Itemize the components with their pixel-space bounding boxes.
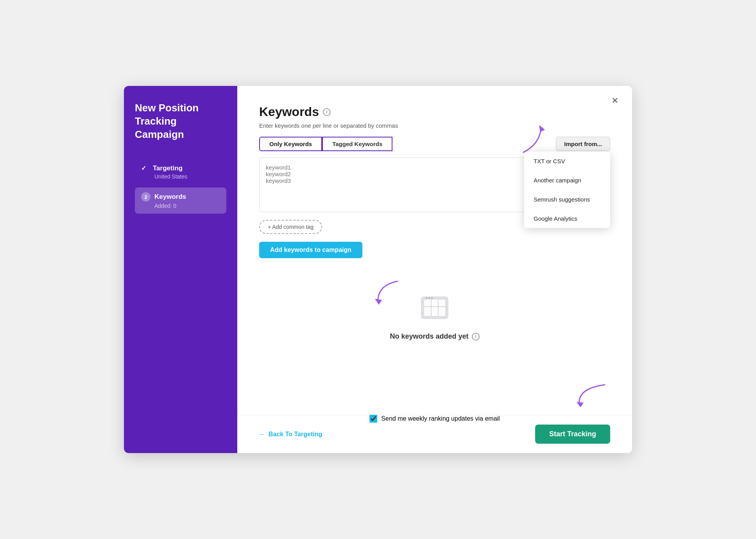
import-button[interactable]: Import from...: [556, 137, 610, 151]
step-number: 2: [141, 192, 150, 202]
tab-only-keywords[interactable]: Only Keywords: [259, 137, 322, 151]
back-arrow-icon: ←: [259, 431, 265, 438]
tabs-row: Only Keywords Tagged Keywords Import fro…: [259, 137, 610, 151]
svg-marker-8: [539, 125, 545, 132]
empty-state: No keywords added yet i: [259, 274, 610, 348]
section-title-text: Keywords: [259, 105, 319, 119]
svg-point-5: [426, 297, 427, 299]
empty-state-icon: [417, 289, 452, 325]
section-title-row: Keywords i: [259, 105, 610, 119]
dropdown-item-txt-csv[interactable]: TXT or CSV: [524, 152, 610, 171]
tab-tagged-keywords[interactable]: Tagged Keywords: [322, 137, 392, 151]
svg-rect-1: [424, 300, 445, 316]
dropdown-item-google-analytics[interactable]: Google Analytics: [524, 209, 610, 228]
empty-state-text: No keywords added yet i: [390, 332, 479, 341]
import-dropdown: TXT or CSV Another campaign Semrush sugg…: [524, 152, 610, 228]
sidebar-item-targeting[interactable]: ✓ Targeting United States: [135, 160, 226, 184]
dropdown-item-another-campaign[interactable]: Another campaign: [524, 171, 610, 190]
svg-point-6: [428, 297, 430, 299]
sidebar-item-keywords-sub: Added: 0: [141, 203, 220, 209]
modal: New Position Tracking Campaign ✓ Targeti…: [124, 86, 632, 453]
close-button[interactable]: ✕: [609, 95, 621, 107]
email-checkbox[interactable]: [369, 415, 377, 423]
empty-state-info-icon[interactable]: i: [472, 333, 480, 341]
svg-marker-10: [577, 402, 584, 407]
arrow-to-import: [516, 121, 547, 156]
dropdown-item-semrush[interactable]: Semrush suggestions: [524, 190, 610, 209]
section-subtitle: Enter keywords one per line or separated…: [259, 122, 610, 129]
sidebar-item-targeting-sub: United States: [141, 173, 220, 180]
check-icon: ✓: [141, 164, 149, 172]
main-content: ✕ Keywords i Enter keywords one per line…: [237, 86, 632, 453]
bottom-bar: Send me weekly ranking updates via email…: [237, 415, 632, 453]
svg-marker-9: [375, 299, 382, 305]
title-info-icon[interactable]: i: [323, 108, 331, 116]
svg-point-7: [431, 297, 433, 299]
add-keywords-button[interactable]: Add keywords to campaign: [259, 242, 362, 258]
start-tracking-button[interactable]: Start Tracking: [535, 425, 610, 444]
sidebar-item-keywords[interactable]: 2 Keywords Added: 0: [135, 187, 226, 214]
sidebar: New Position Tracking Campaign ✓ Targeti…: [124, 86, 237, 453]
sidebar-item-targeting-label: Targeting: [153, 164, 183, 172]
sidebar-title: New Position Tracking Campaign: [135, 102, 226, 141]
sidebar-item-keywords-label: Keywords: [154, 193, 186, 201]
arrow-to-add-keywords: [370, 277, 401, 305]
back-to-targeting-button[interactable]: ← Back To Targeting: [259, 431, 322, 438]
add-common-tag-button[interactable]: + Add common tag: [259, 220, 322, 234]
arrow-to-start-tracking: [573, 381, 609, 408]
email-label: Send me weekly ranking updates via email: [381, 415, 500, 422]
